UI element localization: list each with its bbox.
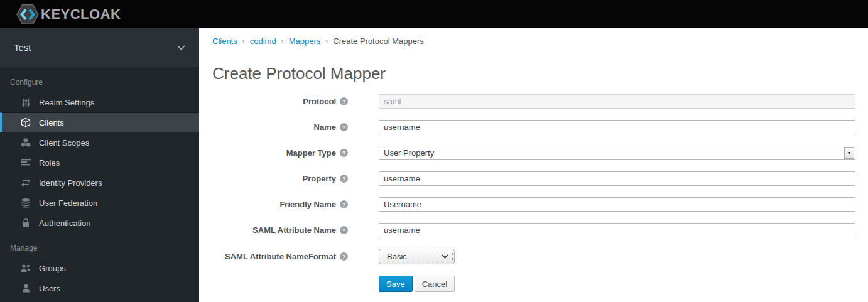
- mapper-type-value: User Property: [384, 148, 434, 158]
- help-icon[interactable]: ?: [340, 123, 348, 131]
- breadcrumb-separator: ›: [325, 36, 328, 46]
- sidebar-section-manage: Manage: [0, 233, 199, 258]
- form-actions: Save Cancel: [379, 276, 855, 292]
- breadcrumb-current: Create Protocol Mappers: [333, 36, 424, 46]
- page-title: Create Protocol Mapper: [212, 63, 855, 84]
- saml-nameformat-value: Basic: [387, 252, 407, 261]
- exchange-icon: [21, 178, 31, 188]
- sidebar-item-user-federation[interactable]: User Federation: [0, 193, 199, 213]
- form-row-saml-attribute-nameformat: SAML Attribute NameFormat ? Basic: [212, 249, 855, 264]
- sidebar-item-identity-providers[interactable]: Identity Providers: [0, 173, 199, 193]
- mapper-type-select[interactable]: User Property ▼: [379, 146, 855, 160]
- group-icon: [21, 263, 31, 273]
- user-icon: [21, 283, 31, 293]
- form-row-property: Property ?: [212, 171, 855, 186]
- sidebar-item-authentication[interactable]: Authentication: [0, 213, 199, 233]
- help-icon[interactable]: ?: [340, 252, 348, 261]
- chevron-down-icon: [442, 254, 448, 259]
- friendly-name-label: Friendly Name: [279, 200, 336, 209]
- sidebar-item-realm-settings[interactable]: Realm Settings: [0, 92, 199, 112]
- sidebar-item-label: Realm Settings: [39, 98, 94, 107]
- name-input[interactable]: [379, 120, 855, 134]
- saml-attribute-name-input[interactable]: [379, 223, 855, 237]
- save-button[interactable]: Save: [379, 276, 413, 292]
- sidebar-item-groups[interactable]: Groups: [0, 258, 199, 278]
- protocol-input: [379, 94, 855, 109]
- sidebar-item-client-scopes[interactable]: Client Scopes: [0, 132, 199, 153]
- mapper-type-label: Mapper Type: [286, 148, 336, 158]
- cube-icon: [21, 117, 31, 127]
- chevron-down-icon: [177, 45, 185, 50]
- keycloak-logo-text: KEYCLOAK: [41, 6, 121, 23]
- property-input[interactable]: [379, 171, 855, 186]
- lock-icon: [21, 218, 31, 228]
- realm-selector[interactable]: Test: [0, 28, 199, 67]
- saml-attribute-name-label: SAML Attribute Name: [252, 225, 336, 235]
- sidebar-item-clients[interactable]: Clients: [0, 112, 199, 132]
- sliders-icon: [21, 97, 31, 107]
- list-icon: [21, 158, 31, 168]
- cubes-icon: [21, 138, 31, 148]
- help-icon[interactable]: ?: [340, 97, 348, 105]
- help-icon[interactable]: ?: [340, 200, 348, 208]
- help-icon[interactable]: ?: [340, 226, 348, 234]
- breadcrumb-mappers-link[interactable]: Mappers: [289, 36, 321, 46]
- protocol-label: Protocol: [303, 97, 336, 106]
- chevron-down-icon: ▼: [844, 147, 854, 159]
- saml-attribute-nameformat-label: SAML Attribute NameFormat: [225, 252, 336, 261]
- database-icon: [21, 198, 31, 208]
- sidebar-item-label: Identity Providers: [39, 178, 102, 188]
- realm-name: Test: [14, 42, 31, 53]
- sidebar-item-users[interactable]: Users: [0, 278, 199, 298]
- cancel-button[interactable]: Cancel: [415, 276, 455, 292]
- protocol-mapper-form: Protocol ? Name ? Mapp: [212, 94, 855, 292]
- help-icon[interactable]: ?: [340, 149, 348, 157]
- sidebar-item-label: User Federation: [39, 198, 97, 208]
- sidebar-item-label: Groups: [39, 264, 66, 273]
- saml-nameformat-select[interactable]: Basic: [379, 249, 455, 264]
- sidebar-item-label: Client Scopes: [39, 138, 89, 148]
- sidebar-item-roles[interactable]: Roles: [0, 153, 199, 173]
- form-row-name: Name ?: [212, 120, 855, 134]
- name-label: Name: [314, 122, 336, 132]
- sidebar-item-label: Roles: [39, 158, 60, 168]
- main-content: Clients › codimd › Mappers › Create Prot…: [199, 28, 868, 302]
- property-label: Property: [303, 174, 336, 183]
- friendly-name-input[interactable]: [379, 197, 855, 212]
- breadcrumb-codimd-link[interactable]: codimd: [250, 36, 276, 46]
- sidebar-item-label: Clients: [39, 118, 64, 127]
- breadcrumb-clients-link[interactable]: Clients: [212, 36, 237, 46]
- form-row-mapper-type: Mapper Type ? User Property ▼: [212, 146, 855, 160]
- keycloak-logo[interactable]: KEYCLOAK: [16, 3, 121, 26]
- sidebar: Test Configure Realm Settings: [0, 28, 199, 302]
- sidebar-item-label: Authentication: [39, 218, 90, 228]
- top-navbar: KEYCLOAK: [0, 0, 868, 28]
- form-row-protocol: Protocol ?: [212, 94, 855, 109]
- sidebar-section-configure: Configure: [0, 67, 199, 92]
- form-row-friendly-name: Friendly Name ?: [212, 197, 855, 212]
- sidebar-item-label: Users: [39, 284, 60, 293]
- form-row-saml-attribute-name: SAML Attribute Name ?: [212, 223, 855, 237]
- keycloak-hexagon-icon: [16, 3, 40, 26]
- breadcrumb-separator: ›: [242, 36, 245, 46]
- breadcrumb-separator: ›: [281, 36, 284, 46]
- help-icon[interactable]: ?: [340, 175, 348, 183]
- breadcrumb: Clients › codimd › Mappers › Create Prot…: [212, 36, 855, 46]
